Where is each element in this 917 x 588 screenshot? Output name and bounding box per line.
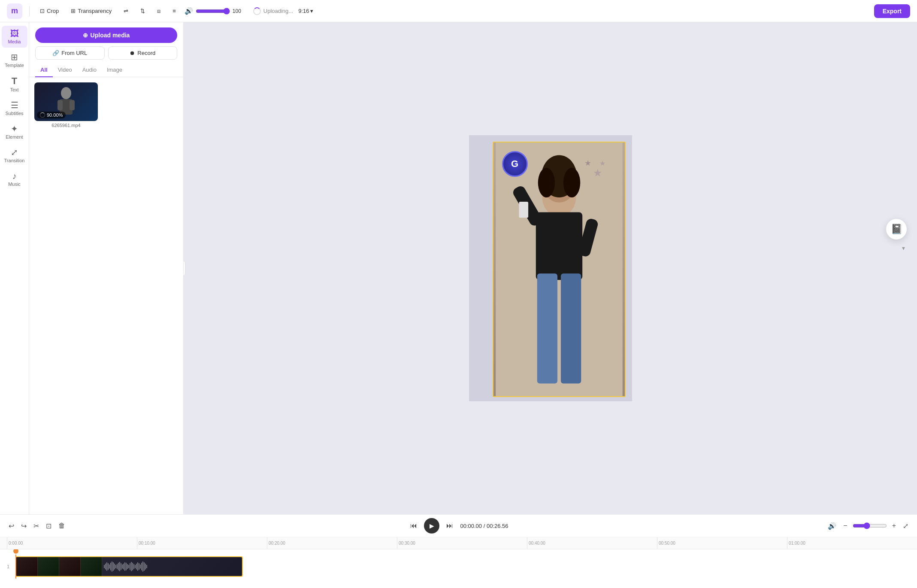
copy-icon: ⊡ (46, 522, 51, 530)
clip-frame (81, 557, 102, 577)
app-logo: m (7, 3, 22, 19)
waveform-bar (121, 563, 121, 570)
transparency-button[interactable]: ⊞ Transparency (67, 6, 115, 16)
logo-overlay[interactable]: G (502, 151, 528, 177)
align-button[interactable]: ≡ (169, 6, 179, 16)
sidebar-item-music[interactable]: ♪ Music (2, 168, 27, 190)
from-url-button[interactable]: 🔗 From URL (35, 46, 105, 60)
mini-spinner (40, 112, 45, 118)
flip-v-button[interactable]: ⇅ (137, 6, 148, 16)
waveform-bar (131, 562, 132, 571)
video-clip[interactable]: 6265961.mp4 (15, 556, 243, 577)
svg-point-9 (563, 168, 580, 197)
tab-all[interactable]: All (35, 63, 53, 77)
crop-button[interactable]: ⊡ Crop (36, 6, 62, 16)
tab-video[interactable]: Video (53, 63, 77, 77)
media-thumbnail[interactable]: 90.00% (34, 82, 98, 121)
playhead-dot (13, 549, 18, 554)
volume-toggle-button[interactable]: 🔊 (826, 520, 838, 532)
sidebar-item-template[interactable]: ⊞ Template (2, 49, 27, 71)
record-icon: ⏺ (130, 50, 135, 56)
waveform-bar (109, 564, 110, 569)
left-sidebar: 🖼 Media ⊞ Template T Text ☰ Subtitles ✦ … (0, 22, 29, 514)
upload-media-button[interactable]: ⊕ Upload media (35, 27, 177, 43)
edit-controls: ↩ ↪ ✂ ⊡ 🗑 (7, 520, 67, 532)
delete-button[interactable]: 🗑 (57, 520, 67, 531)
svg-rect-15 (560, 273, 581, 383)
sidebar-item-text[interactable]: T Text (2, 73, 27, 96)
svg-rect-10 (536, 212, 582, 280)
ruler-mark: 01:00.00 (787, 537, 917, 549)
skip-forward-button[interactable]: ⏭ (445, 520, 455, 531)
skip-back-button[interactable]: ⏮ (409, 520, 419, 531)
svg-rect-14 (537, 273, 557, 383)
plus-circle-icon: ⊕ (83, 32, 88, 39)
sidebar-item-element[interactable]: ✦ Element (2, 121, 27, 143)
zoom-in-button[interactable]: + (890, 520, 898, 531)
play-button[interactable]: ▶ (424, 518, 439, 533)
waveform-bar (133, 564, 134, 569)
waveform-bar (122, 564, 123, 569)
waveform-bar (114, 564, 115, 570)
person-svg: ★ ★ ★ (493, 142, 625, 396)
bottom-area: ↩ ↪ ✂ ⊡ 🗑 ⏮ ▶ ⏭ 00:00.00 / (0, 514, 917, 588)
video-preview[interactable]: ★ ★ ★ G (493, 142, 626, 397)
track-content: 6265961.mp4 (15, 555, 917, 579)
zoom-out-button[interactable]: − (841, 520, 849, 531)
play-icon: ▶ (430, 522, 434, 529)
zoom-controls: 🔊 − + ⤢ (826, 520, 910, 532)
split-button[interactable]: ⧇ (154, 6, 164, 16)
svg-text:★: ★ (593, 167, 602, 179)
record-button[interactable]: ⏺ Record (108, 46, 178, 60)
waveform-bar (112, 561, 112, 572)
expand-icon: ⤢ (903, 522, 908, 530)
skip-forward-icon: ⏭ (446, 522, 453, 529)
media-icon: 🖼 (10, 29, 19, 38)
waveform-bar (124, 562, 125, 571)
waveform-bar (132, 563, 133, 570)
waveform-area (102, 557, 242, 576)
waveform-bar (127, 564, 128, 569)
crop-icon: ⊡ (40, 8, 45, 14)
time-display: 00:00.00 / 00:26.56 (460, 523, 508, 529)
playhead[interactable] (15, 555, 16, 579)
volume-value: 100 (233, 8, 245, 14)
text-icon: T (12, 76, 17, 86)
floating-notebook-button[interactable]: 📓 (886, 219, 907, 239)
svg-rect-3 (70, 100, 75, 110)
waveform-bar (118, 563, 119, 570)
zoom-slider[interactable] (853, 522, 887, 529)
toolbar-separator (29, 6, 30, 16)
ruler-marks-container: 0:00.00 00:10.00 00:20.00 00:30.00 00:40… (7, 537, 917, 549)
svg-rect-2 (58, 100, 63, 110)
track-row: 1 6265961.mp4 (7, 553, 917, 580)
tab-audio[interactable]: Audio (77, 63, 102, 77)
cut-icon: ✂ (33, 522, 39, 530)
undo-button[interactable]: ↩ (7, 520, 16, 532)
waveform-bar (130, 563, 130, 570)
sidebar-item-subtitles[interactable]: ☰ Subtitles (2, 97, 27, 119)
waveform-bar (119, 562, 120, 571)
canvas-area[interactable]: ◀ (184, 22, 917, 514)
sidebar-item-transition[interactable]: ⤢ Transition (2, 145, 27, 167)
main-area: 🖼 Media ⊞ Template T Text ☰ Subtitles ✦ … (0, 22, 917, 514)
flip-h-button[interactable]: ⇌ (120, 6, 132, 16)
expand-timeline-button[interactable]: ⤢ (901, 520, 910, 532)
scroll-down-arrow[interactable]: ▾ (902, 245, 905, 252)
tab-image[interactable]: Image (102, 63, 127, 77)
volume-control: 🔊 100 (185, 7, 245, 15)
media-filter-tabs: All Video Audio Image (29, 63, 183, 77)
split-icon: ⧇ (157, 8, 160, 15)
volume-slider[interactable] (196, 8, 230, 15)
sidebar-item-media[interactable]: 🖼 Media (2, 26, 27, 48)
svg-point-8 (538, 168, 554, 197)
waveform-bar (123, 564, 124, 570)
export-button[interactable]: Export (874, 4, 910, 18)
timeline-ruler: 0:00.00 00:10.00 00:20.00 00:30.00 00:40… (0, 537, 917, 549)
redo-button[interactable]: ↪ (19, 520, 28, 532)
cut-button[interactable]: ✂ (32, 520, 41, 532)
collapse-panel-button[interactable]: ◀ (184, 261, 185, 276)
aspect-ratio-selector[interactable]: 9:16 ▾ (298, 8, 313, 14)
copy-button[interactable]: ⊡ (44, 520, 53, 532)
list-item[interactable]: 90.00% 6265961.mp4 (34, 82, 178, 128)
